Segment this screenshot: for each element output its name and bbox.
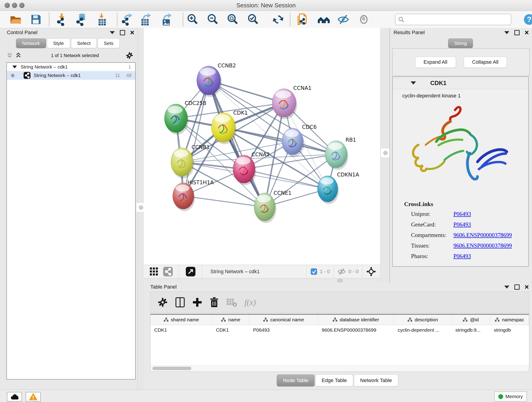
network-edge[interactable] [209,80,265,207]
fit-content-crosshair-icon[interactable] [366,267,376,277]
function-builder-icon[interactable]: f(x) [244,298,256,307]
network-node-CCNA1[interactable] [272,89,297,119]
column-header-4[interactable]: database identifier [318,315,394,325]
warnings-button[interactable] [26,392,41,402]
panel-float-icon[interactable] [514,284,520,290]
network-node-CDC25B[interactable] [165,104,189,134]
collection-expander-icon[interactable] [12,65,17,68]
show-preview-button[interactable] [356,12,371,27]
table-cell[interactable]: CDK1 [212,327,249,333]
crosslink-link[interactable]: 9606.ENSP00000378699 [453,242,512,249]
results-tab-string[interactable]: String [448,38,473,48]
table-cell[interactable]: CDK1 [151,327,212,333]
save-session-button[interactable] [29,12,43,27]
table-options-gear-icon[interactable] [157,297,168,307]
import-table-button[interactable] [95,12,109,27]
panel-close-icon[interactable] [130,31,134,35]
control-panel-tab-style[interactable]: Style [47,38,70,48]
zoom-in-button[interactable] [185,12,200,27]
panel-close-icon[interactable] [525,31,529,35]
network-canvas[interactable]: CCNB2CCNA1CDC25BCDK1CDC6RB1CCNB1CCNA2CDK… [144,28,380,265]
column-header-3[interactable]: canonical name [249,315,318,325]
open-session-button[interactable] [8,12,23,27]
crosslink-link[interactable]: 9606.ENSP00000378699 [453,232,512,238]
zoom-fit-button[interactable] [225,12,240,27]
network-node-RB1[interactable] [325,141,348,170]
crosslink-link[interactable]: P06493 [453,253,471,259]
network-node-HIST1H1A[interactable] [173,183,195,211]
share-document-button[interactable] [295,12,310,27]
table-horizontal-scrollbar[interactable] [151,365,529,371]
horizontal-splitter[interactable] [144,278,380,282]
panel-close-icon[interactable] [525,285,529,289]
expand-all-button[interactable]: Expand All [415,57,456,68]
scrollbar-thumb[interactable] [152,367,191,370]
search-input[interactable] [406,16,508,23]
import-network-file-button[interactable] [55,12,69,27]
right-splitter-handle[interactable] [380,148,390,158]
column-header-2[interactable]: name [212,315,249,325]
collapse-all-tree-icon[interactable] [7,52,16,58]
table-cell[interactable]: stringdb:9... [452,327,490,333]
zoom-selected-button[interactable] [246,12,260,27]
network-edge[interactable] [183,196,265,207]
network-node-CCNB2[interactable] [197,66,222,97]
delete-column-trash-icon[interactable] [209,297,219,307]
horizontal-splitter-handle[interactable] [337,279,343,282]
network-node-CCNB1[interactable] [171,148,194,178]
node-table[interactable]: shared namenamecanonical namedatabase id… [150,314,529,372]
help-button[interactable]: ? [522,12,532,27]
memory-button[interactable]: Memory [494,391,527,402]
export-table-button[interactable] [138,12,153,27]
collapse-all-button[interactable]: Collapse All [464,57,507,68]
network-collection-row[interactable]: String Network – cdk1 1 [7,63,135,71]
right-splitter[interactable] [380,28,390,282]
table-cell[interactable]: cyclin-dependent ... [394,327,452,333]
search-field[interactable] [395,14,511,25]
table-tab-edge-table[interactable]: Edge Table [316,375,353,386]
birdseye-grid-icon[interactable] [149,267,158,276]
refresh-layout-button[interactable] [271,12,285,27]
table-cell[interactable]: 9606.ENSP00000378699 [318,327,394,333]
hide-selected-button[interactable] [336,12,351,27]
gene-expander-icon[interactable] [411,81,416,85]
network-options-gear-icon[interactable] [126,51,133,59]
table-tab-network-table[interactable]: Network Table [354,375,398,386]
create-column-plus-icon[interactable] [192,297,202,307]
left-splitter[interactable] [138,28,144,390]
table-cell[interactable]: P06493 [249,327,318,333]
column-header-7[interactable]: namespac [490,315,529,325]
export-image-button[interactable] [159,12,173,27]
show-columns-icon[interactable] [175,297,185,307]
column-header-6[interactable]: @id [452,315,490,325]
control-panel-tab-network[interactable]: Network [16,38,46,48]
network-row[interactable]: String Network – cdk1 11 48 [7,71,135,80]
export-network-button[interactable] [119,12,134,27]
network-node-CDKN1A[interactable] [317,176,339,204]
column-header-1[interactable]: shared name [151,315,212,325]
open-in-new-icon[interactable] [186,267,196,276]
network-node-CCNE1[interactable] [254,193,276,223]
network-node-CDK1[interactable] [211,113,236,144]
control-panel-tab-sets[interactable]: Sets [98,38,120,48]
column-header-5[interactable]: description [394,315,452,325]
control-panel-tab-select[interactable]: Select [71,38,97,48]
gene-section-header[interactable]: CDK1 [393,77,528,89]
network-graph[interactable]: CCNB2CCNA1CDC25BCDK1CDC6RB1CCNB1CCNA2CDK… [144,28,380,265]
table-cell[interactable]: stringdb [490,327,529,333]
network-node-CCNA2[interactable] [233,155,256,185]
crosslink-link[interactable]: P06493 [453,211,471,217]
hidden-eye-slash-icon[interactable] [337,268,346,275]
expand-all-tree-icon[interactable] [16,52,24,58]
import-network-database-button[interactable] [74,12,89,27]
delete-table-icon[interactable] [226,298,238,307]
table-tab-node-table[interactable]: Node Table [277,375,315,386]
table-row[interactable]: CDK1CDK1P064939606.ENSP00000378699cyclin… [151,325,529,335]
home-button[interactable] [317,12,331,27]
automation-cloud-button[interactable] [7,392,22,402]
panel-menu-icon[interactable] [110,31,115,34]
crosslink-link[interactable]: P06493 [453,221,471,228]
panel-float-icon[interactable] [120,30,125,35]
selected-checkbox-icon[interactable] [311,268,317,275]
string-view-icon[interactable] [163,267,173,276]
